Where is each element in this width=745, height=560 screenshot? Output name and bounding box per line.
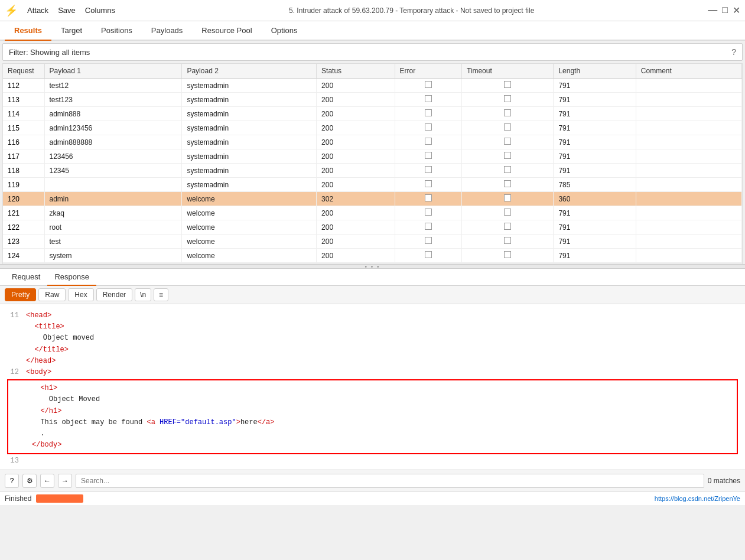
col-length[interactable]: Length xyxy=(554,64,636,79)
checkbox[interactable] xyxy=(425,138,432,145)
checkbox[interactable] xyxy=(425,81,432,88)
fmt-menu[interactable]: ≡ xyxy=(154,288,168,301)
table-cell: 791 xyxy=(554,206,636,220)
tab-results[interactable]: Results xyxy=(5,21,51,41)
checkbox[interactable] xyxy=(504,180,511,187)
table-row[interactable]: 114admin888systemadmin200791 xyxy=(3,107,742,121)
table-row[interactable]: 120adminwelcome302360 xyxy=(3,192,742,206)
table-row[interactable]: 116admin888888systemadmin200791 xyxy=(3,135,742,149)
table-cell: systemadmin xyxy=(182,107,317,121)
tab-target[interactable]: Target xyxy=(51,21,92,41)
table-cell: test12 xyxy=(44,79,182,93)
fmt-hex[interactable]: Hex xyxy=(68,288,93,301)
checkbox[interactable] xyxy=(425,166,432,173)
search-input[interactable] xyxy=(76,474,704,488)
checkbox[interactable] xyxy=(504,237,511,244)
checkbox[interactable] xyxy=(504,81,511,88)
table-cell: welcome xyxy=(182,235,317,249)
fmt-render[interactable]: Render xyxy=(96,288,132,301)
checkbox[interactable] xyxy=(504,209,511,216)
maximize-button[interactable]: □ xyxy=(722,5,728,16)
tab-response[interactable]: Response xyxy=(47,269,96,286)
help-button[interactable]: ? xyxy=(5,474,19,488)
table-cell: welcome xyxy=(182,220,317,235)
table-cell: 791 xyxy=(554,135,636,149)
checkbox[interactable] xyxy=(504,251,511,258)
checkbox[interactable] xyxy=(425,209,432,216)
close-button[interactable]: ✕ xyxy=(733,5,740,16)
code-line-h1-open: <h1> xyxy=(13,383,732,394)
checkbox[interactable] xyxy=(425,194,432,201)
table-row[interactable]: 119systemadmin200785 xyxy=(3,178,742,192)
col-error[interactable]: Error xyxy=(395,64,461,79)
menu-columns[interactable]: Columns xyxy=(85,6,115,15)
fmt-pretty[interactable]: Pretty xyxy=(5,288,36,301)
settings-button[interactable]: ⚙ xyxy=(22,474,37,488)
status-link[interactable]: https://blog.csdn.net/ZripenYe xyxy=(655,495,740,502)
results-table-container[interactable]: Request Payload 1 Payload 2 Status Error… xyxy=(2,63,743,264)
tab-resource-pool[interactable]: Resource Pool xyxy=(192,21,261,41)
checkbox[interactable] xyxy=(425,152,432,159)
checkbox[interactable] xyxy=(504,95,511,102)
col-payload1[interactable]: Payload 1 xyxy=(44,64,182,79)
checkbox[interactable] xyxy=(504,194,511,201)
menu-save[interactable]: Save xyxy=(58,6,76,15)
table-cell xyxy=(461,93,554,107)
checkbox[interactable] xyxy=(425,237,432,244)
checkbox[interactable] xyxy=(425,223,432,230)
col-request[interactable]: Request xyxy=(3,64,44,79)
checkbox[interactable] xyxy=(425,95,432,102)
tab-payloads[interactable]: Payloads xyxy=(142,21,192,41)
checkbox[interactable] xyxy=(504,123,511,131)
checkbox[interactable] xyxy=(425,123,432,131)
tab-request[interactable]: Request xyxy=(5,269,47,286)
table-cell: 791 xyxy=(554,220,636,235)
menu-attack[interactable]: Attack xyxy=(27,6,48,15)
code-line-h1-close: </h1> xyxy=(13,406,732,417)
col-comment[interactable]: Comment xyxy=(636,64,741,79)
splitter[interactable]: • • • xyxy=(0,264,745,269)
table-cell: root xyxy=(44,220,182,235)
table-row[interactable]: 113test123systemadmin200791 xyxy=(3,93,742,107)
table-row[interactable]: 123testwelcome200791 xyxy=(3,235,742,249)
fmt-raw[interactable]: Raw xyxy=(38,288,66,301)
checkbox[interactable] xyxy=(504,138,511,145)
table-cell xyxy=(461,206,554,220)
table-cell: systemadmin xyxy=(182,149,317,164)
table-cell xyxy=(636,220,741,235)
fmt-newline[interactable]: \n xyxy=(135,288,151,301)
back-button[interactable]: ← xyxy=(40,474,54,488)
forward-button[interactable]: → xyxy=(58,474,72,488)
table-cell: 115 xyxy=(3,121,44,135)
table-row[interactable]: 121zkaqwelcome200791 xyxy=(3,206,742,220)
checkbox[interactable] xyxy=(425,109,432,116)
checkbox[interactable] xyxy=(504,166,511,173)
col-status[interactable]: Status xyxy=(317,64,395,79)
checkbox[interactable] xyxy=(504,109,511,116)
code-area: 11 <head> <title> Object moved </title> … xyxy=(0,304,745,470)
table-row[interactable]: 112test12systemadmin200791 xyxy=(3,79,742,93)
filter-bar[interactable]: Filter: Showing all items ? xyxy=(2,43,743,61)
table-cell: welcome xyxy=(182,249,317,263)
table-row[interactable]: 117123456systemadmin200791 xyxy=(3,149,742,164)
code-line-11: 11 <head> xyxy=(7,310,738,321)
minimize-button[interactable]: — xyxy=(708,5,717,16)
bottom-bar: ? ⚙ ← → 0 matches xyxy=(0,470,745,491)
table-row[interactable]: 115admin123456systemadmin200791 xyxy=(3,121,742,135)
table-cell xyxy=(461,164,554,178)
table-row[interactable]: 122rootwelcome200791 xyxy=(3,220,742,235)
splitter-dots: • • • xyxy=(365,263,380,270)
table-cell xyxy=(636,235,741,249)
filter-help-icon[interactable]: ? xyxy=(731,47,736,57)
checkbox[interactable] xyxy=(504,152,511,159)
col-payload2[interactable]: Payload 2 xyxy=(182,64,317,79)
table-row[interactable]: 124systemwelcome200791 xyxy=(3,249,742,263)
table-row[interactable]: 11812345systemadmin200791 xyxy=(3,164,742,178)
col-timeout[interactable]: Timeout xyxy=(461,64,554,79)
tab-options[interactable]: Options xyxy=(262,21,307,41)
checkbox[interactable] xyxy=(425,180,432,187)
table-cell: systemadmin xyxy=(182,79,317,93)
checkbox[interactable] xyxy=(504,223,511,230)
checkbox[interactable] xyxy=(425,251,432,258)
tab-positions[interactable]: Positions xyxy=(92,21,142,41)
